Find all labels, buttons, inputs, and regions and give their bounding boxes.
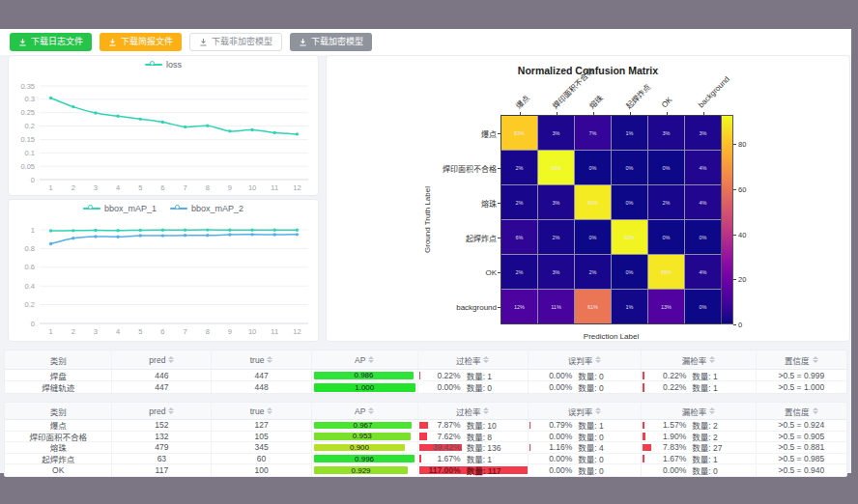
data-point xyxy=(184,234,186,237)
column-header-pred[interactable]: pred xyxy=(112,403,212,419)
column-header-true[interactable]: true xyxy=(212,403,312,419)
rate-percent: 1.67% xyxy=(648,454,692,463)
column-header-confidence[interactable]: 置信度 xyxy=(757,350,846,369)
matrix-cell: 7% xyxy=(575,116,611,150)
table-header-row: 类别predtrueAP过检率误判率漏检率置信度 xyxy=(5,350,846,370)
column-header-misjudge-rate[interactable]: 误判率 xyxy=(529,403,643,419)
matrix-row-label: background xyxy=(383,290,497,324)
column-header-ap[interactable]: AP xyxy=(312,350,418,369)
column-header-over-rate[interactable]: 过检率 xyxy=(418,403,529,419)
sort-icon[interactable] xyxy=(368,407,374,414)
column-header-miss-rate[interactable]: 漏检率 xyxy=(642,403,756,419)
matrix-cell: 0% xyxy=(648,151,684,184)
matrix-column-label: 爆点 xyxy=(512,93,529,110)
x-axis-tick-label: 9 xyxy=(228,327,232,336)
colorbar-tick xyxy=(733,189,736,190)
x-axis-tick-label: 4 xyxy=(116,183,120,192)
miss-detection-cell: 1.90%数量: 2 xyxy=(642,432,756,442)
colorbar-tick xyxy=(733,144,736,145)
matrix-cell: 3% xyxy=(648,116,684,150)
true-count-cell: 60 xyxy=(212,454,312,464)
column-header-label: AP xyxy=(355,406,365,416)
column-header-miss-rate[interactable]: 漏检率 xyxy=(642,350,756,369)
matrix-cell: 2% xyxy=(501,255,537,289)
ap-bar-track: 0.996 xyxy=(314,455,415,462)
x-axis-tick-label: 2 xyxy=(72,327,75,336)
column-header-pred[interactable]: pred xyxy=(112,350,212,369)
legend-item-bbox-map-2[interactable]: bbox_mAP_2 xyxy=(170,204,243,213)
data-point xyxy=(139,234,142,237)
sort-icon[interactable] xyxy=(168,356,174,363)
download-encrypted-model-button[interactable]: 下载加密模型 xyxy=(290,33,372,51)
ap-bar: 0.929 xyxy=(314,466,408,475)
ap-bar: 0.986 xyxy=(314,372,414,379)
data-point xyxy=(72,105,74,108)
matrix-cell: 1% xyxy=(612,116,647,150)
miss-detection-cell: 0.22%数量: 1 xyxy=(642,370,756,380)
sort-icon[interactable] xyxy=(595,356,601,363)
sort-icon[interactable] xyxy=(368,356,374,363)
download-unencrypted-model-button[interactable]: 下载非加密模型 xyxy=(189,33,282,51)
matrix-cell: 4% xyxy=(685,255,721,289)
x-axis-tick-label: 7 xyxy=(183,183,186,192)
x-axis-tick-label: 2 xyxy=(72,183,75,192)
sort-icon[interactable] xyxy=(709,356,715,363)
map-chart-card: bbox_mAP_1 bbox_mAP_2 00.20.40.60.811234… xyxy=(8,199,319,342)
misjudge-cell: 0.00%数量: 0 xyxy=(529,432,643,442)
download-report-button[interactable]: 下载简报文件 xyxy=(100,33,182,51)
legend-label: bbox_mAP_2 xyxy=(191,204,243,213)
y-axis-tick-label: 0 xyxy=(31,320,35,328)
column-header-confidence[interactable]: 置信度 xyxy=(757,403,846,419)
data-point xyxy=(72,237,74,239)
rate-bar xyxy=(643,383,644,392)
download-icon xyxy=(299,38,307,46)
miss-detection-cell: 0.22%数量: 1 xyxy=(642,381,756,393)
data-point xyxy=(161,121,164,124)
data-point xyxy=(116,229,119,232)
x-axis-tick-label: 10 xyxy=(248,183,256,192)
column-header-label: 误判率 xyxy=(568,354,593,366)
sort-icon[interactable] xyxy=(168,407,174,414)
matrix-cell: 0% xyxy=(575,220,611,254)
rate-percent: 0.22% xyxy=(424,371,467,380)
sort-icon[interactable] xyxy=(813,407,818,414)
data-point xyxy=(228,233,231,236)
x-axis-tick-label: 1 xyxy=(48,183,52,192)
sort-icon[interactable] xyxy=(709,407,715,414)
rate-bar xyxy=(419,372,421,379)
sort-icon[interactable] xyxy=(595,407,601,414)
column-header-label: 过检率 xyxy=(456,354,481,366)
ap-cell: 0.900 xyxy=(312,442,418,453)
column-header-label: pred xyxy=(149,406,165,416)
column-header-true[interactable]: true xyxy=(212,350,312,369)
confidence-cell: >0.5 = 0.985 xyxy=(757,454,846,464)
ap-cell: 0.929 xyxy=(312,464,418,476)
sort-icon[interactable] xyxy=(483,407,489,414)
sort-icon[interactable] xyxy=(267,356,272,363)
legend-item-loss[interactable]: loss xyxy=(145,60,182,70)
sort-icon[interactable] xyxy=(267,407,272,414)
class-name-cell: 起焊炸点 xyxy=(5,454,112,464)
toolbar: 下载日志文件 下载简报文件 下载非加密模型 下载加密模型 xyxy=(10,33,372,51)
pred-count-cell: 117 xyxy=(112,464,212,476)
download-log-button[interactable]: 下载日志文件 xyxy=(10,33,92,51)
data-point xyxy=(184,228,186,231)
sort-icon[interactable] xyxy=(483,356,489,363)
true-count-cell: 100 xyxy=(212,464,312,476)
x-axis-tick-label: 8 xyxy=(206,327,210,336)
data-point xyxy=(139,229,142,232)
legend-item-bbox-map-1[interactable]: bbox_mAP_1 xyxy=(83,204,157,213)
pred-count-cell: 479 xyxy=(112,442,212,453)
sort-icon[interactable] xyxy=(813,356,818,363)
column-header-over-rate[interactable]: 过检率 xyxy=(418,350,529,369)
confusion-matrix-card: Normalized Confusion Matrix Ground Truth… xyxy=(326,55,850,342)
column-header-misjudge-rate[interactable]: 误判率 xyxy=(529,350,643,369)
rate-percent: 0.22% xyxy=(648,382,692,392)
rate-bar xyxy=(643,372,644,379)
column-header-ap[interactable]: AP xyxy=(312,403,418,419)
rate-bar xyxy=(643,433,644,440)
matrix-cell: 12% xyxy=(501,290,537,323)
results-tables: 类别predtrueAP过检率误判率漏检率置信度焊盘4464470.9860.2… xyxy=(4,350,847,477)
pred-count-cell: 152 xyxy=(112,420,212,431)
data-point xyxy=(250,128,253,131)
